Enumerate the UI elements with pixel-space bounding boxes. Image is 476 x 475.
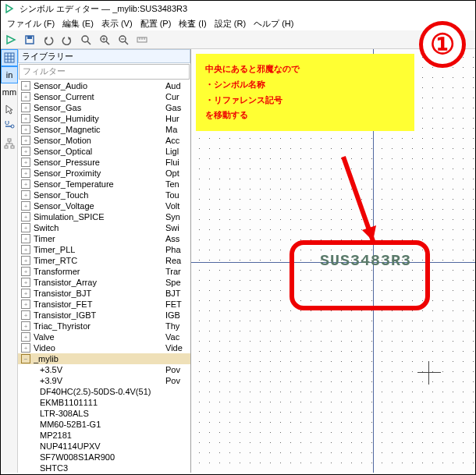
lib-item[interactable]: +Triac_ThyristorThy	[18, 321, 190, 331]
title-bar: シンボル エディター — _mylib:SUS3483R3	[1, 1, 475, 16]
lib-item[interactable]: +Sensor_CurrentCur	[18, 91, 190, 102]
lib-child[interactable]: EKMB1101111	[18, 397, 190, 408]
expand-icon[interactable]: +	[21, 212, 30, 222]
expand-icon[interactable]: +	[21, 234, 30, 243]
expand-icon[interactable]: +	[21, 136, 30, 145]
lib-child[interactable]: MP2181	[18, 430, 190, 441]
ruler-icon[interactable]	[133, 31, 151, 48]
lib-item[interactable]: +Transistor_IGBTIGB	[18, 310, 190, 321]
undo-icon[interactable]	[40, 31, 57, 48]
lib-child[interactable]: NUP4114UPXV	[18, 441, 190, 452]
lib-item[interactable]: +Sensor_OpticalLigl	[18, 146, 190, 157]
expand-icon[interactable]: +	[21, 256, 30, 265]
zoom-fit-icon[interactable]	[77, 31, 94, 48]
expand-icon[interactable]: +	[21, 332, 30, 342]
svg-line-13	[125, 41, 128, 44]
save-icon[interactable]	[21, 31, 38, 48]
lib-item[interactable]: +Transistor_FETFET	[18, 299, 190, 310]
svg-rect-28	[5, 146, 8, 148]
expand-icon[interactable]: +	[21, 158, 30, 167]
lib-item[interactable]: +Simulation_SPICESyn	[18, 211, 190, 222]
menu-view[interactable]: 表示 (V)	[98, 17, 136, 30]
expand-icon[interactable]: +	[21, 321, 30, 331]
note-line4: を移動する	[205, 108, 405, 123]
play-icon[interactable]	[2, 31, 20, 48]
lib-item[interactable]: +TimerAss	[18, 233, 190, 244]
note-line2: ・シンボル名称	[205, 77, 405, 93]
filter-input[interactable]: フィルター	[19, 64, 190, 80]
unit-mm-button[interactable]: mm	[1, 83, 18, 101]
svg-line-9	[106, 41, 109, 44]
menu-edit[interactable]: 編集 (E)	[59, 17, 97, 30]
expand-icon[interactable]: +	[21, 289, 30, 298]
expand-icon[interactable]: +	[21, 267, 30, 276]
menu-help[interactable]: ヘルプ (H)	[250, 17, 297, 30]
left-toolbar: in mm o	[1, 49, 18, 473]
expand-icon[interactable]: +	[21, 114, 30, 123]
lib-item[interactable]: +Timer_PLLPha	[18, 244, 190, 255]
svg-rect-29	[11, 146, 14, 148]
lib-item[interactable]: +Sensor_TouchTou	[18, 190, 190, 200]
zoom-in-icon[interactable]	[96, 31, 113, 48]
lib-item[interactable]: +ValveVac	[18, 331, 190, 342]
expand-icon[interactable]: +	[21, 92, 30, 101]
lib-item[interactable]: +Sensor_MotionAcc	[18, 135, 190, 146]
collapse-icon[interactable]: −	[21, 354, 30, 363]
cursor-icon[interactable]	[1, 101, 18, 118]
canvas[interactable]: SUS3483R3 中央にあると邪魔なので ・シンボル名称 ・リファレンス記号 …	[191, 49, 475, 473]
lib-item[interactable]: +Sensor_VoltageVolt	[18, 200, 190, 211]
zoom-out-icon[interactable]	[115, 31, 132, 48]
lib-child[interactable]: LTR-308ALS	[18, 408, 190, 419]
menu-file[interactable]: ファイル (F)	[4, 17, 58, 30]
lib-item[interactable]: +Transistor_ArraySpe	[18, 277, 190, 288]
lib-item[interactable]: +Sensor_TemperatureTen	[18, 179, 190, 190]
pin-icon[interactable]: o	[1, 118, 18, 135]
expand-icon[interactable]: +	[21, 201, 30, 211]
lib-item[interactable]: +Transistor_BJTBJT	[18, 288, 190, 299]
expand-icon[interactable]: +	[21, 125, 30, 134]
expand-icon[interactable]: +	[21, 103, 30, 112]
expand-icon[interactable]: +	[21, 147, 30, 156]
menu-inspect[interactable]: 検査 (I)	[176, 17, 209, 30]
menu-place[interactable]: 配置 (P)	[137, 17, 175, 30]
lib-child[interactable]: SHTC3	[18, 463, 190, 473]
window-title: シンボル エディター — _mylib:SUS3483R3	[20, 3, 187, 15]
lib-item[interactable]: +Sensor_GasGas	[18, 102, 190, 113]
expand-icon[interactable]: +	[21, 310, 30, 320]
lib-item[interactable]: +Sensor_ProximityOpt	[18, 168, 190, 179]
expand-icon[interactable]: +	[21, 179, 30, 189]
redo-icon[interactable]	[59, 31, 76, 48]
unit-in-button[interactable]: in	[1, 66, 18, 83]
expand-icon[interactable]: +	[21, 223, 30, 232]
grid-icon[interactable]	[1, 49, 18, 66]
lib-item[interactable]: +Sensor_PressureFlui	[18, 157, 190, 168]
expand-icon[interactable]: +	[21, 190, 30, 200]
lib-item[interactable]: +Sensor_HumidityHur	[18, 113, 190, 124]
expand-icon[interactable]: +	[21, 278, 30, 287]
lib-child[interactable]: SF7W008S1AR900	[18, 452, 190, 463]
annotation-arrow	[336, 149, 382, 250]
lib-child[interactable]: DF40HC(2.5)-50DS-0.4V(51)	[18, 386, 190, 397]
svg-point-6	[82, 36, 88, 42]
expand-icon[interactable]: +	[21, 245, 30, 254]
lib-item[interactable]: +SwitchSwi	[18, 222, 190, 233]
expand-icon[interactable]: +	[21, 168, 30, 178]
lib-item[interactable]: +VideoVide	[18, 342, 190, 353]
expand-icon[interactable]: +	[21, 343, 30, 353]
expand-icon[interactable]: +	[21, 300, 30, 309]
lib-item[interactable]: +Sensor_MagneticMa	[18, 124, 190, 135]
menu-setting[interactable]: 設定 (R)	[211, 17, 249, 30]
expand-icon[interactable]: +	[21, 81, 30, 90]
lib-item[interactable]: +Sensor_AudioAud	[18, 80, 190, 91]
lib-item[interactable]: +Timer_RTCRea	[18, 255, 190, 266]
library-tree[interactable]: +Sensor_AudioAud+Sensor_CurrentCur+Senso…	[18, 80, 190, 473]
lib-child[interactable]: +3.9VPov	[18, 375, 190, 386]
svg-marker-1	[7, 36, 15, 44]
lib-item[interactable]: +TransformerTrar	[18, 266, 190, 277]
svg-rect-3	[27, 36, 32, 39]
tree-icon[interactable]	[1, 135, 18, 152]
lib-mylib[interactable]: −_mylib	[18, 353, 190, 364]
note-line3: ・リファレンス記号	[205, 93, 405, 108]
lib-child[interactable]: MM60-52B1-G1	[18, 419, 190, 430]
lib-child[interactable]: +3.5VPov	[18, 364, 190, 375]
